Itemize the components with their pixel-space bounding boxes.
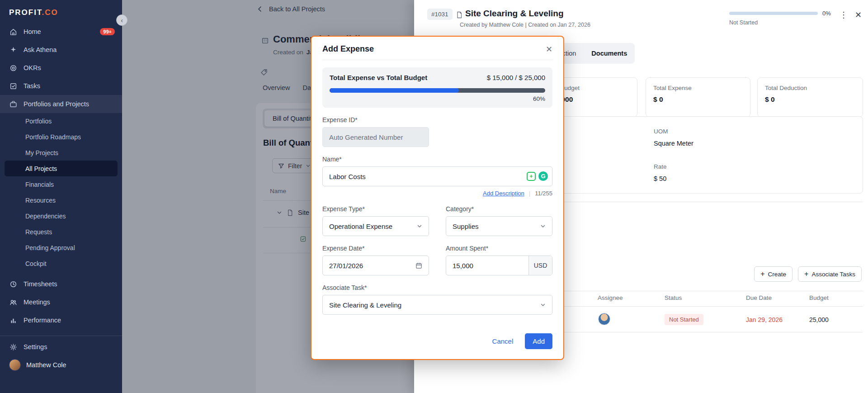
close-modal-icon[interactable]: ✕ xyxy=(546,45,552,53)
sidebar-item-performance[interactable]: Performance xyxy=(0,311,122,329)
card-label: Total Expense xyxy=(653,85,743,91)
sidebar-item-portfolios-projects[interactable]: Portfolios and Projects xyxy=(0,95,122,113)
sidebar-item-label: Portfolios and Projects xyxy=(24,100,89,108)
associate-task-label: Associate Task* xyxy=(322,284,552,291)
sidebar-item-resources[interactable]: Resources xyxy=(0,192,122,208)
associate-task-value: Site Clearing & Leveling xyxy=(329,301,401,309)
budget-progress-fill xyxy=(330,88,459,93)
expense-type-label: Expense Type* xyxy=(322,205,429,213)
amount-spent-label: Amount Spent* xyxy=(446,245,552,252)
sidebar-item-settings[interactable]: Settings xyxy=(0,338,122,356)
total-expense-card: Total Expense $ 0 xyxy=(646,77,750,117)
sidebar-item-label: Meetings xyxy=(24,298,50,306)
bar-chart-icon xyxy=(9,316,17,324)
name-field[interactable]: Labor Costs xyxy=(322,166,552,186)
sidebar-item-tasks[interactable]: Tasks xyxy=(0,77,122,95)
sidebar-item-okrs[interactable]: OKRs xyxy=(0,59,122,77)
rate-value: $ 50 xyxy=(654,175,666,182)
total-deduction-card: Total Deduction $ 0 xyxy=(757,77,863,117)
task-id-badge: #1031 xyxy=(427,9,453,20)
column-header-budget: Budget xyxy=(809,294,829,301)
rate-label: Rate xyxy=(654,163,667,170)
grammarly-icon[interactable]: G xyxy=(538,171,548,181)
subtask-actions: +Create +Associate Tasks xyxy=(754,266,862,282)
column-header-status: Status xyxy=(665,294,682,301)
category-select[interactable]: Supplies xyxy=(446,216,552,236)
sub-item-label: Pending Approval xyxy=(25,244,75,251)
sidebar-item-financials[interactable]: Financials xyxy=(0,176,122,192)
home-notification-badge: 99+ xyxy=(100,28,115,35)
sidebar-item-pending-approval[interactable]: Pending Approval xyxy=(0,240,122,256)
sidebar-item-all-projects[interactable]: All Projects xyxy=(5,161,118,176)
collapse-sidebar-button[interactable]: ‹ xyxy=(116,14,127,26)
sidebar-item-dependencies[interactable]: Dependencies xyxy=(0,208,122,224)
sub-item-label: Resources xyxy=(25,197,56,204)
amount-spent-field[interactable]: 15,000 USD xyxy=(446,256,552,275)
card-label: Total Deduction xyxy=(765,85,855,91)
add-button[interactable]: Add xyxy=(525,333,552,349)
sidebar-item-requests[interactable]: Requests xyxy=(0,224,122,240)
uom-label: UOM xyxy=(654,128,668,135)
category-value: Supplies xyxy=(453,223,479,230)
gear-icon xyxy=(9,343,17,351)
document-icon xyxy=(456,11,463,19)
close-panel-icon[interactable]: ✕ xyxy=(855,10,862,19)
kebab-menu-icon[interactable]: ⋮ xyxy=(840,10,848,19)
sidebar-user[interactable]: Matthew Cole xyxy=(0,356,122,374)
associate-tasks-button[interactable]: +Associate Tasks xyxy=(798,266,862,282)
column-header-assignee: Assignee xyxy=(598,294,623,301)
meta-separator: | xyxy=(529,190,530,197)
expense-date-field[interactable]: 27/01/2026 xyxy=(322,256,429,275)
currency-suffix: USD xyxy=(528,256,552,275)
sparkle-icon xyxy=(9,46,17,54)
progress-bar-track xyxy=(729,12,818,15)
briefcase-icon xyxy=(9,100,17,108)
sidebar-item-timesheets[interactable]: Timesheets xyxy=(0,275,122,293)
cancel-button[interactable]: Cancel xyxy=(492,337,514,345)
sub-item-label: Financials xyxy=(25,181,54,188)
plus-icon: + xyxy=(804,270,808,278)
chevron-down-icon xyxy=(540,223,546,229)
expense-date-value: 27/01/2026 xyxy=(329,262,363,270)
panel-header-actions: 0% Not Started ⋮ ✕ xyxy=(729,10,862,26)
add-description-link[interactable]: Add Description xyxy=(483,190,524,197)
task-meta: Created by Matthew Cole | Created on Jan… xyxy=(460,22,590,28)
expense-type-value: Operational Expense xyxy=(329,223,392,230)
profit-logo: PROFIT.CO xyxy=(0,0,122,23)
name-field-icons: + G xyxy=(527,171,548,181)
sidebar-item-portfolios[interactable]: Portfolios xyxy=(0,113,122,129)
sidebar-item-my-projects[interactable]: My Projects xyxy=(0,145,122,161)
sidebar-item-label: Performance xyxy=(24,317,61,324)
sidebar-item-label: OKRs xyxy=(24,64,41,71)
summary-label: Total Expense vs Total Budget xyxy=(330,74,427,81)
clock-icon xyxy=(9,280,17,288)
modal-footer: Cancel Add xyxy=(322,333,552,359)
sub-item-label: Portfolio Roadmaps xyxy=(25,133,81,141)
card-value: $ 0 xyxy=(765,95,855,104)
sidebar-item-label: Ask Athena xyxy=(24,46,57,53)
calendar-icon[interactable] xyxy=(415,262,422,269)
create-button[interactable]: +Create xyxy=(754,266,793,282)
sidebar-item-cockpit[interactable]: Cockpit xyxy=(0,256,122,271)
expense-id-field: Auto Generated Number xyxy=(322,127,429,147)
expense-id-label: Expense ID* xyxy=(322,116,552,123)
card-value: $ 0 xyxy=(653,95,743,104)
sidebar: PROFIT.CO Home 99+ Ask Athena OKRs Tasks… xyxy=(0,0,122,393)
expense-type-select[interactable]: Operational Expense xyxy=(322,216,429,236)
sub-item-label: Dependencies xyxy=(25,213,66,220)
budget-summary-box: Total Expense vs Total Budget $ 15,000 /… xyxy=(322,67,552,108)
modal-title: Add Expense xyxy=(322,44,374,54)
extension-icon[interactable]: + xyxy=(527,172,536,181)
assignee-avatar[interactable] xyxy=(598,313,610,325)
tab-documents[interactable]: Documents xyxy=(584,50,635,57)
sidebar-item-home[interactable]: Home 99+ xyxy=(0,23,122,41)
amount-value[interactable]: 15,000 xyxy=(446,262,528,270)
sidebar-item-meetings[interactable]: Meetings xyxy=(0,293,122,311)
sidebar-item-portfolio-roadmaps[interactable]: Portfolio Roadmaps xyxy=(0,129,122,145)
target-icon xyxy=(9,64,17,72)
status-badge: Not Started xyxy=(665,314,703,325)
sidebar-item-ask-athena[interactable]: Ask Athena xyxy=(0,41,122,59)
associate-task-select[interactable]: Site Clearing & Leveling xyxy=(322,295,552,315)
chevron-down-icon xyxy=(540,302,546,308)
plus-icon: + xyxy=(760,270,764,278)
